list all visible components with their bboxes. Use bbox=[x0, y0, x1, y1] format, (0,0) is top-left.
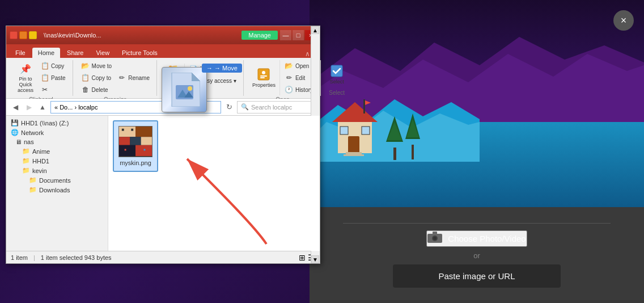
cut-icon: ✂ bbox=[40, 85, 49, 94]
tb-icon-1 bbox=[10, 31, 18, 39]
folder-icon-anime: 📁 bbox=[22, 148, 30, 155]
status-bar: 1 item | 1 item selected 943 bytes ⊞ ☰ bbox=[6, 251, 320, 263]
svg-rect-7 bbox=[340, 127, 348, 134]
search-icon: 🔍 bbox=[241, 103, 249, 111]
search-box[interactable]: 🔍 Search localpc bbox=[237, 101, 316, 113]
list-view-button[interactable]: ⊞ bbox=[299, 253, 306, 262]
tab-home[interactable]: Home bbox=[32, 48, 60, 58]
hhd1-label: HHD1 (\\nas) (Z:) bbox=[21, 120, 69, 127]
edit-label: Edit bbox=[295, 75, 305, 81]
kevin-label: kevin bbox=[32, 167, 47, 174]
svg-rect-36 bbox=[122, 129, 124, 131]
sidebar-item-network[interactable]: 🌐 Network bbox=[6, 128, 108, 137]
tab-share[interactable]: Share bbox=[61, 48, 89, 58]
sidebar-item-hhd1[interactable]: 💾 HHD1 (\\nas) (Z:) bbox=[6, 118, 108, 128]
or-divider: or bbox=[473, 251, 480, 260]
copy-to-button[interactable]: 📋 Copy to bbox=[79, 72, 115, 83]
sidebar-item-downloads[interactable]: 📁 Downloads bbox=[6, 185, 108, 195]
title-bar: \\nas\kevin\Downlo... Manage — □ × bbox=[6, 26, 320, 44]
move-to-button[interactable]: 📂 Move to bbox=[79, 60, 115, 71]
network-label: Network bbox=[21, 129, 44, 136]
ribbon-organize-group: 📂 Move to 📋 Copy to 🗑 Delete ✏ bbox=[74, 60, 157, 96]
dragged-file-icon bbox=[162, 67, 207, 112]
right-panel: Choose Photo/Video or Paste image or URL bbox=[310, 0, 644, 303]
properties-icon bbox=[257, 68, 270, 81]
file-thumbnail bbox=[118, 126, 152, 157]
svg-rect-30 bbox=[135, 126, 152, 137]
delete-button[interactable]: 🗑 Delete bbox=[79, 84, 115, 95]
refresh-button[interactable]: ↻ bbox=[223, 102, 235, 113]
title-text: \\nas\kevin\Downlo... bbox=[39, 32, 239, 39]
close-button[interactable]: × bbox=[613, 10, 634, 31]
tab-file[interactable]: File bbox=[10, 48, 31, 58]
pin-button[interactable]: 📌 Pin to Quick access bbox=[14, 60, 37, 95]
anime-label: Anime bbox=[32, 148, 50, 155]
move-label: Move to bbox=[92, 63, 112, 69]
documents-label: Documents bbox=[39, 177, 71, 184]
downloads-label: Downloads bbox=[39, 187, 70, 193]
thumbnail-svg bbox=[119, 126, 152, 157]
paste-ribbon-button[interactable]: 📋 Paste bbox=[38, 72, 68, 83]
file-area: myskin.png bbox=[108, 116, 320, 251]
delete-icon: 🗑 bbox=[81, 85, 90, 94]
nas-label: nas bbox=[24, 138, 34, 145]
forward-button[interactable]: ▶ bbox=[23, 102, 35, 113]
svg-rect-26 bbox=[260, 77, 265, 78]
maximize-button[interactable]: □ bbox=[293, 30, 304, 40]
selected-info: 1 item selected 943 bytes bbox=[41, 254, 112, 261]
folder-icon-downloads: 📁 bbox=[29, 186, 37, 193]
tab-picture-tools[interactable]: Picture Tools bbox=[116, 48, 163, 58]
file-item-myskin[interactable]: myskin.png bbox=[113, 120, 158, 172]
paste-label: Paste bbox=[51, 75, 66, 81]
svg-rect-25 bbox=[260, 75, 267, 77]
file-name: myskin.png bbox=[120, 159, 151, 166]
title-bar-icons bbox=[10, 31, 37, 39]
tab-view[interactable]: View bbox=[90, 48, 115, 58]
ribbon-open-group: Properties 📂 Open ▾ ✏ Edit 🕐 History bbox=[245, 60, 321, 96]
folder-icon-documents: 📁 bbox=[29, 176, 37, 184]
choose-label: Choose Photo/Video bbox=[448, 234, 526, 243]
copy-icon: 📋 bbox=[40, 61, 49, 70]
select-button[interactable]: Select bbox=[327, 62, 347, 86]
item-count: 1 item bbox=[11, 254, 28, 261]
properties-button[interactable]: Properties bbox=[249, 66, 278, 90]
svg-point-45 bbox=[188, 86, 192, 91]
folder-icon-kevin: 📁 bbox=[22, 167, 30, 174]
svg-marker-41 bbox=[192, 73, 200, 81]
svg-rect-34 bbox=[119, 145, 135, 156]
address-text: « Do... › localpc bbox=[54, 104, 98, 111]
tb-icon-3 bbox=[29, 31, 37, 39]
rename-button[interactable]: ✏ Rename bbox=[115, 72, 152, 83]
status-separator: | bbox=[33, 254, 35, 261]
computer-icon: 🖥 bbox=[15, 138, 22, 145]
sidebar-item-hhd1-sub[interactable]: 📁 HHD1 bbox=[6, 156, 108, 166]
tb-icon-2 bbox=[19, 31, 27, 39]
history-icon: 🕐 bbox=[285, 85, 294, 94]
copy-button[interactable]: 📋 Copy bbox=[38, 60, 68, 71]
select-buttons: Select bbox=[327, 60, 347, 89]
sidebar-item-nas[interactable]: 🖥 nas bbox=[6, 137, 108, 146]
trees-svg bbox=[383, 111, 429, 162]
properties-label: Properties bbox=[252, 82, 276, 88]
svg-marker-15 bbox=[387, 122, 402, 140]
folder-icon-hhd1: 📁 bbox=[22, 157, 30, 165]
paste-url-button[interactable]: Paste image or URL bbox=[393, 264, 560, 288]
minimize-button[interactable]: — bbox=[280, 30, 291, 40]
sidebar-item-anime[interactable]: 📁 Anime bbox=[6, 146, 108, 156]
cut-button[interactable]: ✂ bbox=[38, 84, 68, 95]
delete-label: Delete bbox=[92, 87, 108, 93]
open-buttons: Properties 📂 Open ▾ ✏ Edit 🕐 History bbox=[249, 60, 316, 95]
up-button[interactable]: ▲ bbox=[37, 102, 48, 113]
pin-icon: 📌 bbox=[19, 62, 32, 75]
svg-marker-18 bbox=[406, 119, 419, 137]
copy-label: Copy bbox=[51, 63, 64, 69]
choose-photo-button[interactable]: Choose Photo/Video bbox=[426, 230, 527, 247]
svg-rect-22 bbox=[433, 232, 437, 234]
ribbon-tabs: File Home Share View Picture Tools ∧ ? bbox=[6, 44, 320, 58]
manage-badge: Manage bbox=[242, 31, 278, 40]
back-button[interactable]: ◀ bbox=[10, 102, 21, 113]
sidebar-item-kevin[interactable]: 📁 kevin bbox=[6, 166, 108, 175]
rename-label: Rename bbox=[128, 75, 150, 81]
svg-rect-37 bbox=[131, 129, 133, 131]
sidebar-item-documents[interactable]: 📁 Documents bbox=[6, 175, 108, 185]
